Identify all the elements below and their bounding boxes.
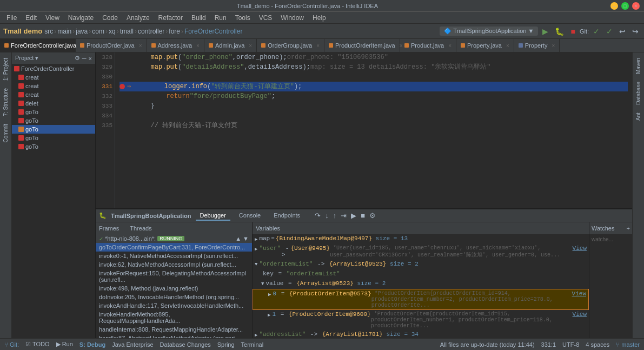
var-tri-item0[interactable]	[268, 292, 271, 298]
frame-invoke150[interactable]: invokeForRequest:150, DelegatingMethodAc…	[96, 269, 252, 284]
tab-address[interactable]: Address.java ×	[147, 39, 204, 52]
debug-resume[interactable]: ▶	[349, 211, 358, 220]
tab-property[interactable]: Property.java ×	[456, 39, 514, 52]
bc-current[interactable]: ForeOrderController	[184, 28, 242, 35]
menu-edit[interactable]: Edit	[21, 13, 41, 23]
bc-com[interactable]: com	[92, 28, 104, 35]
tab-close-addr[interactable]: ×	[196, 43, 200, 49]
run-button[interactable]: ▶	[540, 26, 550, 37]
project-item-delete[interactable]: delet	[12, 99, 95, 108]
project-item-create1[interactable]: creat	[12, 73, 95, 82]
project-item-create2[interactable]: creat	[12, 82, 95, 90]
project-close-icon[interactable]: ×	[89, 55, 92, 62]
var-tri-item1[interactable]	[268, 312, 270, 318]
var-tri-oil[interactable]	[255, 262, 257, 267]
stop-button[interactable]: ■	[568, 26, 577, 37]
var-user[interactable]: "user" -> {User@9495} *User{user_id=185,…	[253, 244, 589, 260]
menu-run[interactable]: Run	[210, 13, 231, 23]
var-tri-map[interactable]	[255, 236, 257, 242]
sidebar-ant[interactable]: Ant	[634, 109, 642, 124]
bc-src[interactable]: src	[44, 28, 53, 35]
run-config-label[interactable]: 🔷 TmallSpringBootApplication ▼	[440, 27, 538, 36]
tab-close-prop2[interactable]: ×	[552, 43, 555, 49]
git-push[interactable]: ↪	[630, 26, 641, 37]
status-db-changes[interactable]: Database Changes	[160, 341, 211, 348]
var-value[interactable]: value = {ArrayList@9523} size = 2	[253, 279, 589, 289]
git-x[interactable]: ✓	[604, 26, 615, 37]
var-tri-user[interactable]	[255, 246, 257, 252]
frame-invoke117[interactable]: invokeAndHandle:117, ServletInvocableHan…	[96, 301, 252, 310]
debug-step-over[interactable]: ↷	[313, 211, 322, 220]
bc-tmall[interactable]: tmall	[120, 28, 134, 35]
frame-handle808[interactable]: handleInternal:808, RequestMappingHandle…	[96, 325, 252, 334]
tab-product[interactable]: Product.java ×	[400, 39, 456, 52]
project-item-foreordercontroller[interactable]: ForeOrderController	[12, 64, 95, 73]
debug-tab-endpoints[interactable]: Endpoints	[269, 211, 304, 221]
sidebar-project[interactable]: 1: Project	[2, 55, 10, 84]
git-check[interactable]: ✓	[591, 26, 602, 37]
tab-productorderitem[interactable]: ProductOrderItem.java ×	[324, 39, 400, 52]
tab-close-admin[interactable]: ×	[249, 43, 252, 49]
tab-productorder[interactable]: ProductOrder.java ×	[76, 39, 147, 52]
project-item-goto4[interactable]: goTo	[12, 134, 95, 142]
sidebar-structure[interactable]: 7: Structure	[2, 85, 10, 120]
bc-xq[interactable]: xq	[109, 28, 116, 35]
frame-handle87[interactable]: handle:87, AbstractHandlerMethodAdapter …	[96, 334, 252, 338]
frame-nav-dn[interactable]: ▼	[243, 235, 249, 242]
var-orderitemlist[interactable]: "orderItemList" -> {ArrayList@9523} size…	[253, 260, 589, 269]
sidebar-maven[interactable]: Maven	[634, 55, 642, 77]
project-item-create3[interactable]: creat	[12, 90, 95, 99]
var-item1-view[interactable]: View	[573, 311, 587, 318]
debug-settings[interactable]: ⚙	[368, 211, 377, 220]
frame-do205[interactable]: doInvoke:205, InvocableHandlerMethod (or…	[96, 293, 252, 301]
var-map[interactable]: map = {BindingAwareModelMap@9497} size =…	[253, 234, 589, 244]
var-item0[interactable]: 0 = {ProductOrderItem@9573} *ProductOrde…	[253, 289, 589, 310]
var-addresslist[interactable]: "addressList" -> {ArrayList@11781} size …	[253, 330, 589, 338]
tab-property2[interactable]: Property ×	[514, 39, 560, 52]
debug-step-into[interactable]: ↓	[323, 211, 330, 220]
menu-code[interactable]: Code	[98, 13, 122, 23]
frame-nav-up[interactable]: ▲	[235, 235, 241, 242]
var-key[interactable]: key = "orderItemList"	[253, 269, 589, 279]
project-item-goto1[interactable]: goTo	[12, 108, 95, 116]
project-pin-icon[interactable]: ─	[82, 55, 87, 62]
frame-invoke895[interactable]: invokeHandlerMethod:895, RequestMappingH…	[96, 310, 252, 325]
var-user-view[interactable]: View	[573, 245, 587, 252]
debug-step-out[interactable]: ↑	[331, 211, 338, 220]
status-terminal[interactable]: Terminal	[241, 341, 264, 348]
tab-close-po[interactable]: ×	[139, 43, 142, 49]
menu-build[interactable]: Build	[187, 13, 210, 23]
tab-foreordercontroller[interactable]: ForeOrderController.java ×	[0, 39, 76, 52]
tab-close-prop[interactable]: ×	[506, 43, 509, 49]
menu-view[interactable]: View	[41, 13, 64, 23]
menu-file[interactable]: File	[2, 13, 21, 23]
menu-vcs[interactable]: VCS	[255, 13, 277, 23]
var-tri-al[interactable]	[255, 332, 257, 338]
project-item-goto3[interactable]: goTo	[12, 125, 95, 134]
tab-close-prod[interactable]: ×	[448, 43, 452, 49]
tab-ordergroup[interactable]: OrderGroup.java ×	[257, 39, 324, 52]
bc-controller[interactable]: controller	[138, 28, 164, 35]
status-todo[interactable]: ☑ TODO	[25, 341, 49, 348]
project-item-goto5[interactable]: goTo	[12, 142, 95, 151]
frame-invoke498[interactable]: invoke:498, Method (java.lang.reflect)	[96, 284, 252, 293]
status-java-enterprise[interactable]: Java Enterprise	[112, 341, 153, 348]
frame-main[interactable]: ✓ *http-nio-808...ain*: RUNNING ▲ ▼	[96, 234, 252, 243]
menu-refactor[interactable]: Refactor	[154, 13, 187, 23]
debug-tab-debugger[interactable]: Debugger	[196, 211, 230, 221]
debug-stop[interactable]: ■	[359, 211, 367, 220]
frame-invoke62[interactable]: invoke:62, NativeMethodAccessorImpl (sun…	[96, 260, 252, 269]
var-item0-view[interactable]: View	[572, 290, 586, 297]
project-item-goto2[interactable]: goTo	[12, 116, 95, 125]
project-settings-icon[interactable]: ⚙	[75, 55, 80, 62]
sidebar-database[interactable]: Database	[634, 78, 642, 108]
status-run[interactable]: ▶ Run	[56, 341, 73, 348]
bc-fore[interactable]: fore	[169, 28, 180, 35]
status-debug-btn[interactable]: S: Debug	[79, 341, 105, 348]
var-item1[interactable]: 1 = {ProductOrderItem@9600} *ProductOrde…	[253, 310, 589, 330]
frame-invoke0[interactable]: invoke0:-1, NativeMethodAccessorImpl (su…	[96, 252, 252, 260]
menu-tools[interactable]: Tools	[231, 13, 255, 23]
debug-run-button[interactable]: 🐛	[553, 26, 566, 37]
sidebar-commit[interactable]: Commit	[2, 121, 10, 146]
status-spring[interactable]: Spring	[217, 341, 235, 348]
